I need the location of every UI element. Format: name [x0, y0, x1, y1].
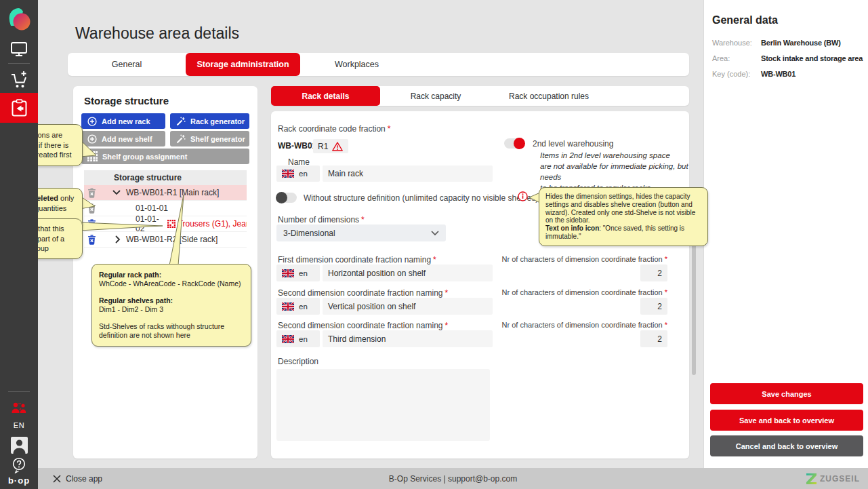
tab-rack-details[interactable]: Rack details: [271, 86, 380, 106]
label-text: Nr of characters of dimension coordinate…: [501, 321, 662, 329]
label-text: Second dimension coordinate fraction nam…: [278, 321, 442, 330]
tree-header: Storage structure: [84, 170, 247, 185]
tooltip-structure-info: Hides the dimension settings, hides the …: [539, 187, 708, 246]
structure-definition-toggle[interactable]: [276, 193, 297, 203]
general-data-row: Area: Stock intake and storage area: [712, 54, 863, 62]
dim2-input[interactable]: Vertical position on shelf: [323, 298, 493, 315]
tree-row-rack-r1[interactable]: WB-WB01-R1 [Main rack]: [84, 185, 247, 201]
name-input[interactable]: Main rack: [323, 165, 493, 182]
shelf-group-tag: Trousers (G1), Jean...: [178, 219, 247, 229]
shelf-generator-button[interactable]: Shelf generator: [170, 131, 249, 146]
sidebar-item-dashboard[interactable]: [0, 38, 38, 60]
add-new-shelf-button[interactable]: Add new shelf: [81, 131, 165, 146]
zugseil-brand-text: ZUGSEIL: [820, 474, 860, 484]
shelf-group-grid-icon: [167, 220, 175, 228]
info-icon: [518, 191, 528, 201]
dim3-nr-input[interactable]: 2: [640, 330, 667, 347]
tab-storage-administration[interactable]: Storage administration: [186, 53, 300, 76]
tree-row-shelf-010102[interactable]: 01-01-02 Trousers (G1), Jean...: [84, 216, 247, 232]
dim2-nr-input[interactable]: 2: [640, 298, 667, 315]
chevron-right-icon[interactable]: [115, 235, 121, 243]
footer-bar: Close app B-Op Services | support@b-op.c…: [38, 468, 868, 489]
grid-icon: [87, 151, 98, 161]
bop-logo: b·op: [0, 474, 38, 486]
app-logo[interactable]: [0, 4, 38, 35]
tooltip-text: Std-Shelves of racks withough structure …: [99, 322, 244, 340]
label-text: Number of dimensions: [278, 215, 359, 224]
label-text: First dimension coordinate fraction nami…: [278, 255, 431, 265]
cancel-back-button[interactable]: Cancel and back to overview: [710, 435, 863, 456]
dims-selected-value: 3-Dimensional: [283, 229, 335, 238]
tree-row-shelf-010101[interactable]: 01-01-01: [84, 201, 247, 216]
tooltip-title: Regular shelves path:: [99, 296, 173, 305]
user-profile-button[interactable]: [0, 435, 38, 455]
general-data-title: General data: [712, 14, 778, 26]
delete-icon-disabled[interactable]: [87, 203, 96, 214]
plus-circle-icon: [87, 134, 97, 144]
dim1-nr-input[interactable]: 2: [640, 265, 667, 281]
rack-code-value: R1: [318, 142, 328, 151]
detail-tab-bar: Rack details Rack capacity Rack occupati…: [271, 86, 689, 106]
description-textarea[interactable]: [276, 369, 490, 441]
rack-generator-button[interactable]: Rack generator: [170, 113, 249, 129]
app-root: EN b·op Warehouse area details General S…: [0, 0, 868, 489]
dim2-nr-label: Nr of characters of dimension coordinate…: [474, 288, 667, 296]
sidebar-divider: [8, 63, 30, 64]
description-label: Description: [278, 357, 318, 366]
tooltip-text-bold: Text on info icon: [545, 224, 599, 232]
sidebar-item-warehouse-active[interactable]: [0, 93, 38, 123]
dims-select[interactable]: 3-Dimensional: [276, 224, 446, 241]
tree-row-label: WB-WB01-R1 [Main rack]: [126, 188, 219, 197]
save-back-button[interactable]: Save and back to overview: [710, 410, 863, 431]
dim2-language-box: en: [276, 298, 320, 315]
label-text: Nr of characters of dimension coordinate…: [501, 288, 662, 296]
rack-code-input[interactable]: R1: [313, 139, 348, 153]
structure-info-button[interactable]: [518, 191, 528, 201]
required-marker: *: [445, 288, 448, 298]
shelf-group-assignment-button[interactable]: Shelf group assignment: [81, 149, 249, 164]
dim3-nr-label: Nr of characters of dimension coordinate…: [474, 321, 667, 329]
sidebar-item-orders[interactable]: [0, 68, 38, 92]
label-text: Nr of characters of dimension coordinate…: [501, 255, 662, 263]
add-new-rack-button[interactable]: Add new rack: [81, 113, 165, 129]
dims-label: Number of dimensions*: [278, 215, 365, 224]
required-marker: *: [445, 321, 448, 330]
dim1-nr-label: Nr of characters of dimension coordinate…: [474, 255, 667, 263]
chevron-down-icon[interactable]: [112, 190, 121, 195]
user-switch-button[interactable]: [0, 399, 38, 417]
dim1-input[interactable]: Horizontal position on shelf: [323, 265, 493, 281]
page-title: Warehouse area details: [75, 24, 239, 43]
tab-general[interactable]: General: [68, 53, 186, 76]
language-code: en: [299, 269, 308, 277]
dim3-input[interactable]: Third dimension: [323, 330, 493, 347]
tab-rack-capacity[interactable]: Rack capacity: [380, 86, 491, 106]
uk-flag-icon: [282, 335, 294, 343]
row-label: Warehouse:: [712, 39, 761, 47]
delete-icon[interactable]: [87, 219, 96, 229]
tree-row-label: 01-01-01: [136, 203, 168, 213]
sidebar: EN b·op: [0, 0, 38, 489]
row-value: Stock intake and storage area: [761, 54, 863, 62]
required-marker: *: [665, 288, 667, 296]
dim3-language-box: en: [276, 330, 320, 347]
tab-rack-occupation-rules[interactable]: Rack occupation rules: [491, 86, 606, 106]
label-text: Second dimension coordinate fraction nam…: [278, 288, 442, 298]
language-code: en: [299, 170, 308, 178]
required-marker: *: [361, 215, 365, 224]
second-level-toggle[interactable]: [504, 138, 524, 149]
required-marker: *: [433, 255, 436, 265]
tree-row-rack-r2[interactable]: WB-WB01-R2 [Side rack]: [84, 232, 247, 248]
delete-icon[interactable]: [87, 235, 96, 245]
help-button[interactable]: [0, 457, 38, 473]
second-level-label: 2nd level warehousing: [533, 139, 613, 149]
cart-plus-icon: [10, 71, 28, 90]
delete-icon-disabled[interactable]: [87, 188, 96, 198]
language-indicator[interactable]: EN: [0, 419, 38, 431]
tree-row-label: 01-01-02: [136, 214, 164, 233]
save-changes-button[interactable]: Save changes: [710, 383, 863, 404]
sidebar-divider: [8, 391, 30, 392]
row-value: Berlin Warehouse (BW): [761, 39, 841, 47]
tree-row-label: WB-WB01-R2 [Side rack]: [126, 235, 218, 244]
uk-flag-icon: [282, 302, 294, 311]
tab-workplaces[interactable]: Workplaces: [300, 53, 413, 76]
